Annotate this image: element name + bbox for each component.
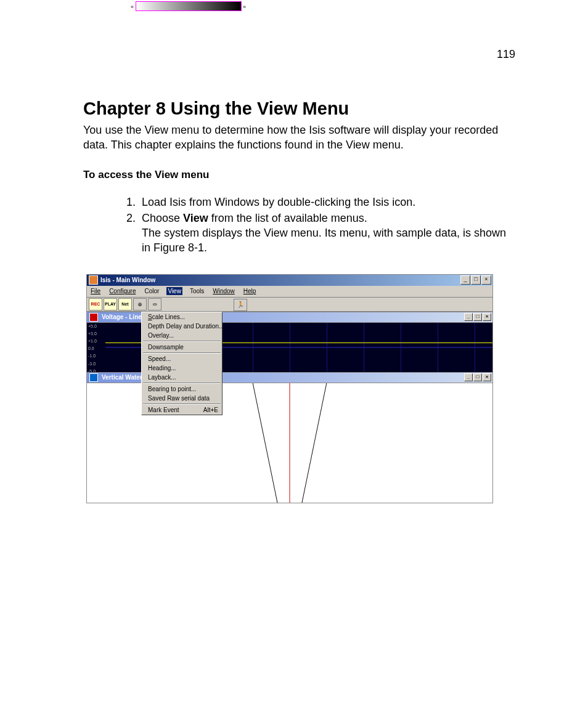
- menubar: File Configure Color View Tools Window H…: [87, 286, 492, 298]
- maximize-button[interactable]: □: [471, 275, 481, 285]
- step-1: Load Isis from Windows by double-clickin…: [139, 195, 515, 209]
- ytick: +1.0: [88, 339, 97, 343]
- toolbar-doc-button[interactable]: ▭: [148, 298, 161, 310]
- ytick: 0.0: [88, 346, 97, 351]
- voltage-minimize-button[interactable]: _: [464, 313, 473, 321]
- waterfall-right-line: [302, 383, 327, 503]
- menu-bearing[interactable]: Bearing to point...: [142, 384, 222, 394]
- window-title: Isis - Main Window: [100, 277, 155, 283]
- content-area: Scale Lines... Depth Delay and Duration.…: [87, 312, 492, 503]
- toolbar: REC PLAY Net ◎ ▭ 🏃: [87, 298, 492, 312]
- minimize-button[interactable]: _: [460, 275, 470, 285]
- menu-mark-event-label: Mark Event: [148, 407, 179, 413]
- document-icon: ▭: [153, 302, 157, 307]
- steps-list: Load Isis from Windows by double-clickin…: [83, 195, 515, 256]
- menu-heading[interactable]: Heading...: [142, 363, 222, 373]
- menu-scale-lines[interactable]: Scale Lines...: [142, 312, 222, 322]
- step-2-bold: View: [183, 212, 208, 224]
- waterfall-minimize-button[interactable]: _: [464, 373, 473, 381]
- toolbar-target-button[interactable]: ◎: [133, 298, 147, 310]
- ytick: +3.0: [88, 331, 97, 336]
- titlebar: Isis - Main Window _ □ ×: [87, 275, 492, 286]
- toolbar-play-button[interactable]: PLAY: [104, 298, 117, 310]
- color-ramp[interactable]: [136, 1, 242, 11]
- run-icon: 🏃: [237, 301, 244, 308]
- ytick: +5.0: [88, 324, 97, 328]
- menu-separator: [143, 341, 221, 342]
- waterfall-left-line: [253, 383, 277, 503]
- app-icon: [89, 275, 98, 285]
- step-2-c: from the list of available menus.: [208, 212, 367, 224]
- toolbar-run-button[interactable]: 🏃: [234, 299, 247, 311]
- close-button[interactable]: ×: [481, 275, 491, 285]
- menu-tools[interactable]: Tools: [189, 287, 205, 295]
- menu-mark-event[interactable]: Mark Event Alt+E: [142, 405, 222, 415]
- chapter-title: Chapter 8 Using the View Menu: [83, 99, 515, 119]
- target-icon: ◎: [138, 302, 142, 307]
- menu-separator: [143, 352, 221, 354]
- menu-color[interactable]: Color: [143, 287, 160, 295]
- menu-separator: [143, 383, 221, 384]
- app-window: Isis - Main Window _ □ × File Configure …: [86, 274, 493, 503]
- view-dropdown-menu: Scale Lines... Depth Delay and Duration.…: [141, 312, 223, 415]
- menu-file[interactable]: File: [89, 287, 102, 295]
- menu-depth-delay[interactable]: Depth Delay and Duration...: [142, 322, 222, 331]
- ytick: -1.0: [88, 354, 97, 358]
- menu-downsample[interactable]: Downsample: [142, 343, 222, 352]
- waterfall-maximize-button[interactable]: □: [473, 373, 482, 381]
- step-2-extra: The system displays the View menu. Its m…: [142, 225, 515, 256]
- voltage-maximize-button[interactable]: □: [473, 313, 482, 321]
- waterfall-icon: [89, 373, 98, 382]
- waterfall-close-button[interactable]: ×: [483, 373, 491, 381]
- menu-window[interactable]: Window: [211, 287, 236, 295]
- menu-speed[interactable]: Speed...: [142, 354, 222, 363]
- menu-separator: [143, 404, 221, 405]
- step-2: Choose View from the list of available m…: [139, 211, 515, 256]
- toolbar-net-button[interactable]: Net: [118, 298, 132, 310]
- menu-overlay[interactable]: Overlay...: [142, 331, 222, 340]
- section-subhead: To access the View menu: [83, 169, 515, 181]
- ramp-left-arrow-icon[interactable]: «: [131, 4, 134, 10]
- menu-mark-event-shortcut: Alt+E: [203, 407, 218, 413]
- voltage-close-button[interactable]: ×: [483, 313, 491, 321]
- voltage-y-axis: +5.0 +3.0 +1.0 0.0 -1.0 -3.0 -5.0: [88, 323, 97, 375]
- menu-saved-raw[interactable]: Saved Raw serial data: [142, 394, 222, 403]
- menu-configure[interactable]: Configure: [108, 287, 137, 295]
- page-number: 119: [497, 48, 515, 61]
- menu-help[interactable]: Help: [242, 287, 258, 295]
- menu-layback[interactable]: Layback...: [142, 373, 222, 382]
- toolbar-rec-button[interactable]: REC: [89, 298, 102, 310]
- intro-paragraph: You use the View menu to determine how t…: [83, 123, 515, 153]
- voltage-icon: [89, 313, 98, 322]
- ramp-right-arrow-icon[interactable]: »: [243, 4, 246, 10]
- ytick: -3.0: [88, 362, 97, 366]
- menu-view[interactable]: View: [166, 287, 182, 295]
- step-2-a: Choose: [142, 212, 183, 224]
